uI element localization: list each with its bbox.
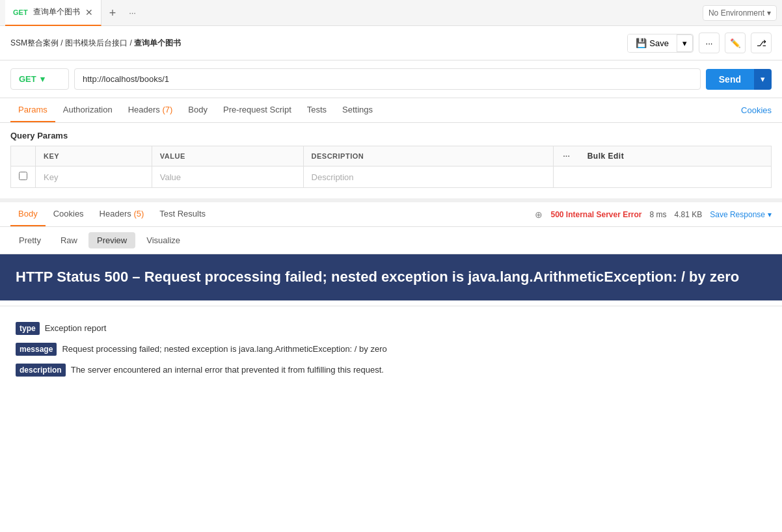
method-arrow-icon: ▾ <box>40 74 45 84</box>
new-tab-button[interactable]: + <box>101 0 124 26</box>
header-actions: 💾 Save ▾ ··· ✏️ ⎇ <box>627 33 772 53</box>
edit-button[interactable]: ✏️ <box>725 33 746 53</box>
tab-bar: GET 查询单个图书 ✕ + ··· No Environment ▾ <box>0 0 782 26</box>
format-tab-pretty[interactable]: Pretty <box>10 232 49 248</box>
edit-icon: ✏️ <box>730 38 741 48</box>
save-button[interactable]: 💾 Save <box>628 34 677 52</box>
send-dropdown-button[interactable]: ▾ <box>754 69 772 90</box>
save-icon: 💾 <box>636 38 647 48</box>
format-tabs: Pretty Raw Preview Visualize <box>0 227 782 254</box>
params-more-icon[interactable]: ··· <box>563 152 571 160</box>
send-button[interactable]: Send <box>706 69 754 90</box>
response-tab-cookies[interactable]: Cookies <box>46 202 92 226</box>
error-text-message: Request processing failed; nested except… <box>62 343 386 356</box>
tab-method: GET <box>13 8 28 16</box>
error-row-type: type Exception report <box>16 322 766 335</box>
tab-headers[interactable]: Headers (7) <box>120 98 181 122</box>
error-text-description: The server encountered an internal error… <box>71 364 384 377</box>
error-body: type Exception report message Request pr… <box>0 312 782 395</box>
url-bar: GET ▾ Send ▾ <box>0 60 782 98</box>
error-row-message: message Request processing failed; neste… <box>16 343 766 356</box>
response-tab-headers[interactable]: Headers (5) <box>92 202 152 226</box>
more-options-button[interactable]: ··· <box>699 33 720 53</box>
error-label-message: message <box>16 343 57 356</box>
request-tabs-nav: Params Authorization Headers (7) Body Pr… <box>0 98 782 123</box>
format-tab-visualize[interactable]: Visualize <box>138 232 189 248</box>
row-key[interactable]: Key <box>36 166 152 188</box>
save-dropdown-button[interactable]: ▾ <box>677 34 693 52</box>
fork-button[interactable]: ⎇ <box>751 33 772 53</box>
preview-content: HTTP Status 500 – Request processing fai… <box>0 254 782 395</box>
response-size: 4.81 KB <box>675 210 703 219</box>
request-header: SSM整合案例 / 图书模块后台接口 / 查询单个图书 💾 Save ▾ ···… <box>0 26 782 60</box>
more-icon: ··· <box>705 38 712 48</box>
params-table: KEY VALUE DESCRIPTION ··· Bulk Edit Key <box>10 146 772 188</box>
save-label: Save <box>649 38 669 48</box>
cookies-link[interactable]: Cookies <box>741 105 772 115</box>
tab-body[interactable]: Body <box>180 98 215 122</box>
table-value-header: VALUE <box>152 146 303 166</box>
row-more[interactable] <box>554 166 580 188</box>
query-params-section: Query Params KEY VALUE DESCRIPTION ··· B… <box>0 123 782 188</box>
response-tab-body[interactable]: Body <box>10 202 46 226</box>
error-row-description: description The server encountered an in… <box>16 364 766 377</box>
globe-icon: ⊕ <box>535 209 543 220</box>
tab-params[interactable]: Params <box>10 98 55 122</box>
tab-pre-request-script[interactable]: Pre-request Script <box>215 98 299 122</box>
url-input[interactable] <box>74 68 701 90</box>
fork-icon: ⎇ <box>757 38 766 48</box>
breadcrumb-part1: SSM整合案例 <box>10 38 59 47</box>
error-text-type: Exception report <box>45 322 107 335</box>
format-tab-raw[interactable]: Raw <box>52 232 86 248</box>
send-arrow-icon: ▾ <box>761 74 765 84</box>
row-desc[interactable]: Description <box>303 166 554 188</box>
error-title: HTTP Status 500 – Request processing fai… <box>0 254 782 300</box>
error-label-description: description <box>16 364 66 377</box>
breadcrumb-part2: 图书模块后台接口 <box>65 38 128 47</box>
env-label: No Environment <box>708 8 764 18</box>
table-more-header: ··· <box>554 146 580 166</box>
response-meta: ⊕ 500 Internal Server Error 8 ms 4.81 KB… <box>535 209 772 220</box>
query-params-title: Query Params <box>10 131 772 140</box>
tab-tests[interactable]: Tests <box>299 98 334 122</box>
method-label: GET <box>19 74 36 84</box>
error-label-type: type <box>16 322 40 335</box>
response-time: 8 ms <box>650 210 667 219</box>
table-row: Key Value Description <box>11 166 772 188</box>
tab-title: 查询单个图书 <box>33 7 80 18</box>
breadcrumb-current: 查询单个图书 <box>134 38 181 47</box>
bulk-edit-label[interactable]: Bulk Edit <box>580 146 772 166</box>
value-placeholder: Value <box>160 172 181 182</box>
method-selector[interactable]: GET ▾ <box>10 68 69 90</box>
save-response-button[interactable]: Save Response ▾ <box>710 210 772 219</box>
row-extra <box>580 166 772 188</box>
response-section: Body Cookies Headers (5) Test Results ⊕ … <box>0 198 782 395</box>
row-value[interactable]: Value <box>152 166 303 188</box>
tab-more-icon[interactable]: ··· <box>124 8 141 18</box>
format-tab-preview[interactable]: Preview <box>88 232 135 248</box>
response-tab-test-results[interactable]: Test Results <box>152 202 213 226</box>
env-arrow-icon: ▾ <box>767 8 771 18</box>
tab-settings[interactable]: Settings <box>334 98 381 122</box>
row-check[interactable] <box>11 166 36 188</box>
table-key-header: KEY <box>36 146 152 166</box>
tab-authorization[interactable]: Authorization <box>55 98 120 122</box>
response-tabs-nav: Body Cookies Headers (5) Test Results ⊕ … <box>0 202 782 227</box>
environment-selector[interactable]: No Environment ▾ <box>703 5 777 21</box>
desc-placeholder: Description <box>312 172 354 182</box>
tab-close-icon[interactable]: ✕ <box>85 7 93 18</box>
table-check-col-header <box>11 146 36 166</box>
row-checkbox[interactable] <box>19 172 27 180</box>
request-tab[interactable]: GET 查询单个图书 ✕ <box>5 0 101 26</box>
breadcrumb: SSM整合案例 / 图书模块后台接口 / 查询单个图书 <box>10 38 622 49</box>
table-desc-header: DESCRIPTION <box>303 146 554 166</box>
key-placeholder: Key <box>44 172 58 182</box>
response-status: 500 Internal Server Error <box>550 210 641 219</box>
